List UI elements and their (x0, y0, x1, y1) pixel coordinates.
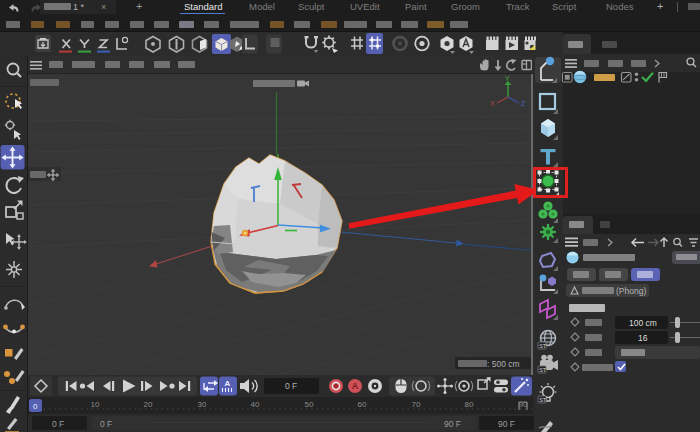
svg-text:50: 50 (305, 400, 314, 409)
svg-text:Z: Z (521, 100, 526, 107)
svg-text:10: 10 (91, 400, 100, 409)
svg-text:ST: ST (539, 367, 547, 373)
svg-text:40: 40 (251, 400, 260, 409)
svg-text:0: 0 (33, 402, 38, 411)
svg-text:80: 80 (465, 400, 474, 409)
svg-text:70: 70 (412, 400, 421, 409)
svg-text:30: 30 (198, 400, 207, 409)
svg-text:X: X (490, 100, 495, 107)
svg-text:60: 60 (358, 400, 367, 409)
svg-text:ST: ST (539, 397, 547, 403)
svg-text:Y: Y (505, 75, 510, 82)
svg-text:20: 20 (144, 400, 153, 409)
svg-text:0 F: 0 F (285, 381, 297, 391)
svg-text:A: A (352, 381, 359, 391)
svg-text:A: A (225, 379, 231, 388)
svg-text:ST: ST (539, 343, 547, 349)
